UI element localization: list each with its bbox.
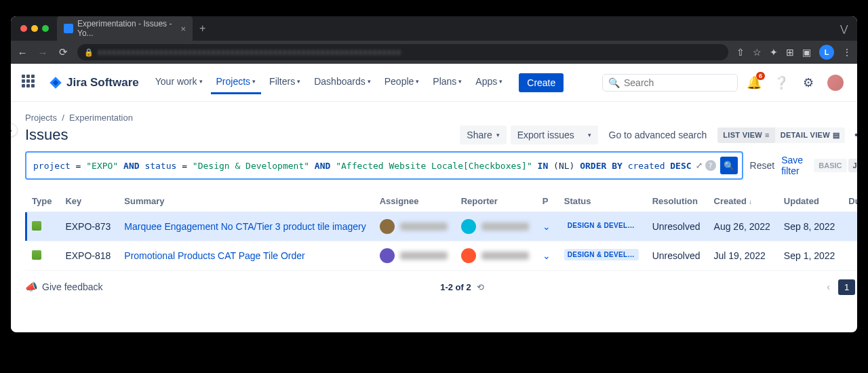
tabs-menu-icon[interactable]: ⋁ <box>840 23 848 34</box>
app-switcher-icon[interactable] <box>22 75 38 91</box>
page-title: Issues <box>25 126 68 144</box>
issues-table: Type Key Summary Assignee Reporter P Sta… <box>25 191 857 271</box>
issue-key: EXPO-818 <box>58 241 117 271</box>
col-key[interactable]: Key <box>58 191 117 212</box>
address-bar: ← → ⟳ 🔒 xxxxxxxxxxxxxxxxxxxxxxxxxxxxxxxx… <box>11 41 857 64</box>
jira-logo-text: Jira Software <box>66 76 139 90</box>
more-actions-button[interactable]: ••• <box>849 125 857 144</box>
page-number[interactable]: 1 <box>838 279 855 295</box>
nav-apps[interactable]: Apps▾ <box>470 71 508 94</box>
col-reporter[interactable]: Reporter <box>454 191 536 212</box>
nav-your-work[interactable]: Your work▾ <box>150 71 208 94</box>
sort-desc-icon: ↓ <box>749 198 752 205</box>
chevron-down-icon: ▾ <box>199 78 203 85</box>
forward-icon: → <box>37 47 49 58</box>
issue-key: EXPO-873 <box>58 212 117 241</box>
col-summary[interactable]: Summary <box>117 191 372 212</box>
new-tab-button[interactable]: + <box>199 22 205 35</box>
profile-button[interactable] <box>825 72 846 94</box>
chevron-down-icon: ▾ <box>496 132 500 138</box>
advanced-search-link[interactable]: Go to advanced search <box>602 125 714 144</box>
help-button[interactable]: ❔ <box>770 72 792 94</box>
nav-dashboards[interactable]: Dashboards▾ <box>309 71 376 94</box>
expand-editor-icon[interactable]: ⤢ <box>696 161 703 170</box>
prev-page-button: ‹ <box>821 279 835 295</box>
created-value: Aug 26, 2022 <box>707 212 777 241</box>
reload-icon[interactable]: ⟳ <box>57 46 69 58</box>
nav-projects[interactable]: Projects▾ <box>211 71 262 94</box>
issue-summary-link[interactable]: Promotional Products CAT Page Tile Order <box>124 250 304 261</box>
notifications-button[interactable]: 🔔 6 <box>743 72 765 94</box>
maximize-window-icon[interactable] <box>42 25 49 32</box>
detail-view-toggle[interactable]: DETAIL VIEW▤ <box>775 127 846 143</box>
extensions-menu-icon[interactable]: ⊞ <box>786 47 794 58</box>
col-due[interactable]: Due <box>842 191 857 212</box>
window-controls <box>20 25 49 32</box>
priority-low-icon: ⌄ <box>542 221 551 232</box>
megaphone-icon: 📣 <box>25 281 38 293</box>
refresh-icon[interactable]: ⟲ <box>477 282 484 292</box>
tab-close-icon[interactable]: × <box>180 24 186 34</box>
jql-mode-toggle[interactable]: JQL <box>848 159 857 172</box>
col-updated[interactable]: Updated <box>777 191 842 212</box>
settings-button[interactable]: ⚙ <box>797 72 819 94</box>
breadcrumb-projects[interactable]: Projects <box>25 113 57 123</box>
reset-filter-button[interactable]: Reset <box>750 160 775 171</box>
notification-badge: 6 <box>756 72 765 80</box>
create-button[interactable]: Create <box>519 73 564 92</box>
reporter-name <box>481 252 529 260</box>
save-filter-button[interactable]: Save filter <box>781 155 807 176</box>
col-assignee[interactable]: Assignee <box>373 191 454 212</box>
extension-icon[interactable]: ✦ <box>770 47 778 58</box>
chevron-down-icon: ▾ <box>252 78 256 85</box>
list-view-toggle[interactable]: LIST VIEW≡ <box>717 127 774 143</box>
resolution-value: Unresolved <box>646 212 707 241</box>
col-status[interactable]: Status <box>557 191 646 212</box>
give-feedback-button[interactable]: 📣 Give feedback <box>25 281 103 293</box>
sidepanel-icon[interactable]: ▣ <box>802 47 811 58</box>
share-button[interactable]: Share▾ <box>460 125 506 144</box>
col-priority[interactable]: P <box>536 191 557 212</box>
sidebar-rail: › <box>11 102 12 332</box>
chevron-down-icon: ▾ <box>297 78 300 85</box>
issue-summary-link[interactable]: Marquee Engagement No CTA/Tier 3 product… <box>124 221 366 232</box>
minimize-window-icon[interactable] <box>31 25 38 32</box>
search-input[interactable] <box>624 77 732 88</box>
export-issues-button[interactable]: Export issues ▾ <box>511 125 598 144</box>
search-icon: 🔍 <box>724 161 734 171</box>
col-resolution[interactable]: Resolution <box>646 191 707 212</box>
chevron-right-icon: › <box>11 127 12 134</box>
search-icon: 🔍 <box>608 77 620 88</box>
back-icon[interactable]: ← <box>16 47 28 58</box>
share-icon[interactable]: ⇧ <box>736 47 745 58</box>
assignee-avatar-icon <box>380 219 395 234</box>
close-window-icon[interactable] <box>20 25 27 32</box>
nav-plans[interactable]: Plans▾ <box>427 71 467 94</box>
issue-type-icon <box>32 250 41 260</box>
jira-logo[interactable]: Jira Software <box>49 76 139 90</box>
list-icon: ≡ <box>765 131 770 139</box>
basic-mode-toggle[interactable]: BASIC <box>814 159 846 172</box>
table-row[interactable]: EXPO-818 Promotional Products CAT Page T… <box>25 241 857 271</box>
jql-text: project = "EXPO" AND status = "Design & … <box>33 161 692 171</box>
bookmark-icon[interactable]: ☆ <box>753 47 762 58</box>
url-field[interactable]: 🔒 xxxxxxxxxxxxxxxxxxxxxxxxxxxxxxxxxxxxxx… <box>77 44 728 60</box>
jira-favicon-icon <box>64 24 73 33</box>
updated-value: Sep 8, 2022 <box>777 212 842 241</box>
profile-avatar[interactable]: L <box>819 45 834 60</box>
assignee-avatar-icon <box>380 248 395 263</box>
user-avatar-icon <box>827 75 844 91</box>
nav-filters[interactable]: Filters▾ <box>264 71 306 94</box>
nav-people[interactable]: People▾ <box>379 71 425 94</box>
col-created[interactable]: Created↓ <box>707 191 777 212</box>
breadcrumb-project[interactable]: Experimentation <box>69 113 133 123</box>
table-row[interactable]: EXPO-873 Marquee Engagement No CTA/Tier … <box>25 212 857 241</box>
jql-help-icon[interactable]: ? <box>705 160 716 171</box>
col-type[interactable]: Type <box>25 191 58 212</box>
jira-logo-icon <box>49 76 62 90</box>
jql-editor[interactable]: project = "EXPO" AND status = "Design & … <box>25 151 743 180</box>
search-box[interactable]: 🔍 <box>602 74 738 92</box>
run-query-button[interactable]: 🔍 <box>720 157 738 174</box>
browser-tab[interactable]: Experimentation - Issues - Yo... × <box>57 16 193 41</box>
browser-menu-icon[interactable]: ⋮ <box>842 47 852 58</box>
